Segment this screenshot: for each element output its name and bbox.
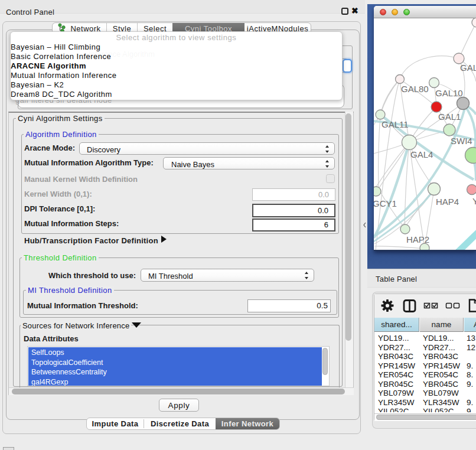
svg-text:GAL10: GAL10 [435, 88, 463, 98]
svg-text:GAL1: GAL1 [438, 112, 461, 122]
svg-text:HAP4: HAP4 [436, 197, 459, 207]
svg-text:YJ: YJ [472, 196, 476, 206]
svg-text:HAP2: HAP2 [406, 234, 429, 244]
svg-text:SWI4: SWI4 [451, 136, 472, 146]
svg-text:GAL80: GAL80 [401, 84, 429, 94]
svg-text:GAL11: GAL11 [382, 119, 409, 129]
svg-text:GCY1: GCY1 [374, 198, 397, 208]
svg-text:GAL2: GAL2 [460, 63, 476, 73]
svg-text:GAL4: GAL4 [410, 149, 433, 159]
